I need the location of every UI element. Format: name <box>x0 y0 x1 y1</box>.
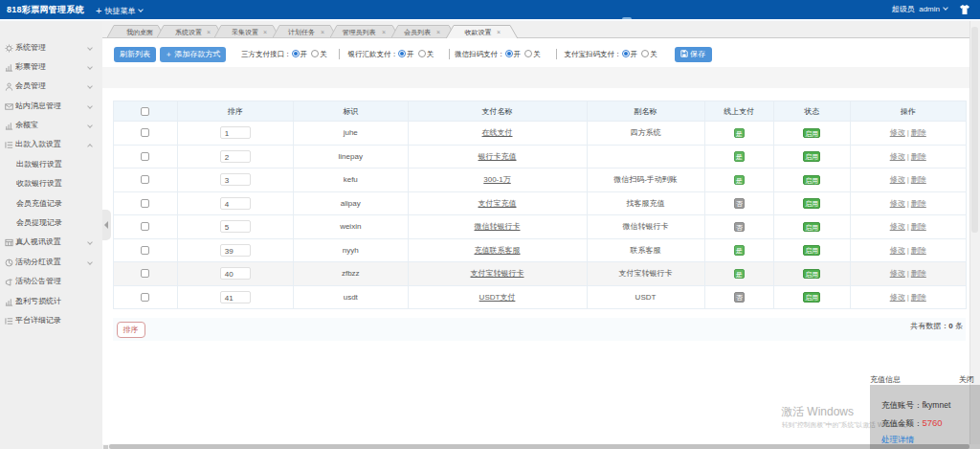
svg-text:采集设置: 采集设置 <box>232 29 258 35</box>
svg-text:×: × <box>207 29 211 35</box>
svg-text:×: × <box>436 29 440 35</box>
svg-text:计划任务: 计划任务 <box>288 29 315 36</box>
svg-text:收款设置: 收款设置 <box>465 29 492 36</box>
svg-text:×: × <box>321 29 324 35</box>
svg-text:管理员列表: 管理员列表 <box>343 29 376 36</box>
svg-text:×: × <box>263 29 267 35</box>
svg-text:×: × <box>382 29 386 35</box>
svg-text:我的桌面: 我的桌面 <box>126 29 153 36</box>
svg-text:系统设置: 系统设置 <box>175 29 202 36</box>
svg-text:会员列表: 会员列表 <box>404 29 431 36</box>
svg-text:×: × <box>497 29 501 35</box>
